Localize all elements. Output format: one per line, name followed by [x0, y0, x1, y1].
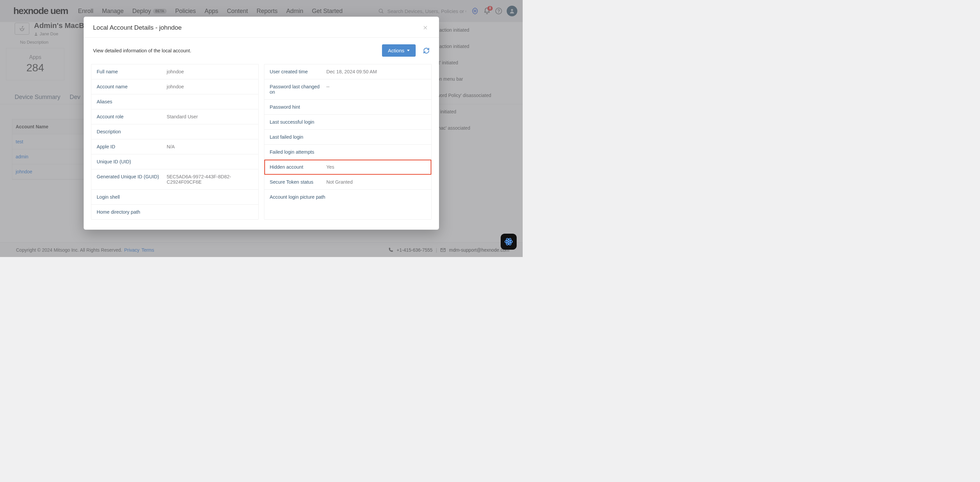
detail-value	[326, 104, 426, 110]
chevron-down-icon	[407, 50, 410, 51]
detail-key: Hidden account	[270, 164, 326, 170]
detail-row-apple-id: Apple ID N/A	[91, 139, 258, 154]
detail-key: Home directory path	[97, 209, 167, 215]
detail-row-login-picture-path: Account login picture path	[264, 190, 431, 204]
detail-row-aliases: Aliases	[91, 94, 258, 109]
account-details-right-panel: User created time Dec 18, 2024 09:50 AM …	[264, 64, 432, 220]
detail-row-uid: Unique ID (UID)	[91, 154, 258, 169]
detail-value	[167, 159, 253, 164]
modal-title: Local Account Details - johndoe	[93, 24, 182, 31]
modal-close-button[interactable]	[421, 24, 430, 31]
hexnode-assistant-button[interactable]	[501, 234, 517, 250]
detail-row-description: Description	[91, 124, 258, 139]
detail-key: Failed login attempts	[270, 150, 326, 155]
atom-icon	[504, 237, 514, 247]
close-icon	[423, 25, 428, 30]
detail-value: Not Granted	[326, 179, 426, 185]
detail-value	[326, 134, 426, 140]
detail-value	[167, 209, 253, 215]
detail-key: Last failed login	[270, 134, 326, 140]
detail-row-password-changed: Password last changed on --	[264, 80, 431, 100]
detail-value: N/A	[167, 144, 253, 150]
detail-value	[167, 99, 253, 104]
detail-key: Full name	[97, 69, 167, 74]
detail-value	[167, 194, 253, 200]
detail-value: --	[326, 84, 426, 95]
detail-value: 5EC5AD6A-9972-443F-8D82-C2924F09CF6E	[167, 174, 253, 185]
detail-key: Account login picture path	[270, 194, 326, 200]
detail-key: Account role	[97, 114, 167, 119]
detail-row-login-shell: Login shell	[91, 190, 258, 205]
actions-button-label: Actions	[388, 48, 404, 53]
detail-key: Secure Token status	[270, 179, 326, 185]
refresh-button[interactable]	[423, 47, 430, 54]
detail-key: Aliases	[97, 99, 167, 104]
detail-row-last-failed-login: Last failed login	[264, 130, 431, 145]
detail-key: Generated Unique ID (GUID)	[97, 174, 167, 185]
local-account-details-modal: Local Account Details - johndoe View det…	[84, 17, 439, 230]
detail-row-failed-attempts: Failed login attempts	[264, 145, 431, 160]
detail-row-user-created: User created time Dec 18, 2024 09:50 AM	[264, 64, 431, 80]
detail-value: johndoe	[167, 84, 253, 89]
detail-value: Standard User	[167, 114, 253, 119]
detail-value: Dec 18, 2024 09:50 AM	[326, 69, 426, 74]
account-details-left-panel: Full name johndoe Account name johndoe A…	[91, 64, 259, 220]
modal-subtitle: View detailed information of the local a…	[93, 48, 191, 53]
detail-value	[326, 150, 426, 155]
detail-row-secure-token: Secure Token status Not Granted	[264, 175, 431, 190]
detail-key: Description	[97, 129, 167, 134]
detail-key: Login shell	[97, 194, 167, 200]
detail-row-guid: Generated Unique ID (GUID) 5EC5AD6A-9972…	[91, 169, 258, 190]
detail-key: Account name	[97, 84, 167, 89]
detail-row-hidden-account: Hidden account Yes	[264, 160, 431, 175]
detail-row-password-hint: Password hint	[264, 100, 431, 115]
svg-point-10	[508, 241, 509, 242]
detail-row-account-role: Account role Standard User	[91, 109, 258, 124]
detail-value	[326, 194, 426, 200]
detail-value	[167, 129, 253, 134]
detail-row-full-name: Full name johndoe	[91, 64, 258, 80]
detail-value: Yes	[326, 164, 426, 170]
detail-key: Apple ID	[97, 144, 167, 150]
actions-dropdown-button[interactable]: Actions	[382, 45, 416, 57]
detail-row-last-success-login: Last successful login	[264, 115, 431, 130]
detail-key: Last successful login	[270, 119, 326, 125]
detail-key: Unique ID (UID)	[97, 159, 167, 164]
detail-row-account-name: Account name johndoe	[91, 80, 258, 94]
detail-value	[326, 119, 426, 125]
detail-key: User created time	[270, 69, 326, 74]
detail-row-home-directory: Home directory path	[91, 205, 258, 220]
detail-key: Password last changed on	[270, 84, 326, 95]
refresh-icon	[423, 47, 430, 54]
detail-value: johndoe	[167, 69, 253, 74]
detail-key: Password hint	[270, 104, 326, 110]
